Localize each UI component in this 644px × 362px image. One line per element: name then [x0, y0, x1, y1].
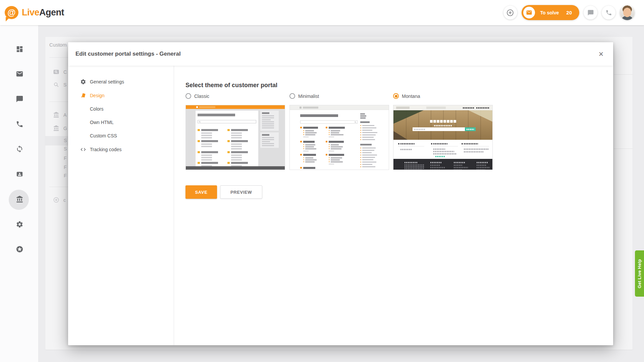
phone-icon [605, 9, 612, 16]
bg-row: S [64, 138, 67, 143]
nav-tracking-codes[interactable]: Tracking codes [68, 142, 174, 156]
theme-preview-minimalist[interactable] [289, 105, 389, 170]
nav-label: Tracking codes [90, 147, 121, 152]
radio-label: Montana [402, 94, 420, 99]
minimalist-title-bar [300, 114, 338, 117]
sidebar-item-chat[interactable] [12, 92, 27, 106]
top-bar: @ LiveAgent To solve 20 [0, 0, 644, 25]
nav-label: Colors [90, 106, 103, 112]
sidebar-item-dashboard[interactable] [12, 42, 27, 56]
minimalist-search [300, 120, 358, 124]
theme-preview-classic[interactable] [185, 105, 285, 170]
nav-own-html[interactable]: Own HTML [68, 116, 174, 129]
nav-custom-css[interactable]: Custom CSS [68, 129, 174, 142]
bank-icon [53, 112, 59, 118]
radio-theme-montana[interactable]: Montana [393, 93, 420, 99]
bank-portal-icon [16, 195, 23, 203]
bg-row-label: c [63, 197, 66, 203]
brand-text: LiveAgent [22, 7, 64, 18]
sidebar-item-badges[interactable] [12, 242, 27, 256]
theme-preview-montana[interactable] [393, 105, 493, 170]
close-button[interactable]: ✕ [596, 49, 606, 59]
minimalist-sidebar [360, 113, 365, 115]
plus-icon [506, 9, 514, 17]
montana-hero [393, 110, 492, 140]
radio-circle [185, 93, 191, 99]
nav-general-settings[interactable]: General settings [68, 75, 174, 88]
classic-footer-bar [186, 166, 285, 170]
plus-circle-icon [53, 197, 59, 203]
radio-theme-classic[interactable]: Classic [185, 93, 209, 99]
close-icon: ✕ [598, 50, 604, 58]
bg-row-label: G [63, 126, 67, 131]
gear-icon [80, 79, 90, 85]
bg-row: F [64, 156, 67, 161]
radio-circle [289, 93, 295, 99]
brand-live: Live [22, 7, 39, 17]
envelope-icon [526, 9, 532, 16]
bg-row-label: S [64, 146, 67, 152]
modal-body: General settings Design Colors Own HTML … [68, 66, 613, 345]
nav-design[interactable]: Design [68, 88, 174, 102]
bg-row-label: F [64, 173, 67, 178]
action-buttons: SAVE PREVIEW [185, 185, 262, 199]
nav-label: General settings [90, 79, 124, 84]
chat-button[interactable] [584, 6, 597, 19]
radio-label: Classic [194, 94, 209, 99]
get-live-help-tab[interactable]: Get Live Help [635, 250, 644, 297]
sidebar-item-mail[interactable] [12, 66, 27, 81]
gear-icon [16, 221, 23, 228]
bg-row: S [64, 146, 67, 152]
save-button[interactable]: SAVE [185, 185, 217, 199]
at-symbol: @ [7, 8, 15, 17]
logo-bubble-icon: @ [5, 6, 18, 19]
sidebar-item-contacts[interactable] [12, 167, 27, 181]
to-solve-count: 20 [566, 10, 572, 15]
mail-icon [16, 70, 23, 78]
modal-content: Select theme of customer portal Classic … [174, 66, 613, 345]
background-page-title: Custom [49, 42, 67, 48]
bg-row: F [64, 173, 67, 178]
preview-button[interactable]: PREVIEW [220, 185, 262, 199]
search-icon [53, 81, 59, 88]
theme-radio-group: Classic Minimalist Montana [185, 93, 521, 100]
sidebar-item-settings[interactable] [12, 217, 27, 232]
to-solve-label: To solve [540, 10, 559, 15]
liveagent-logo[interactable]: @ LiveAgent [5, 6, 64, 19]
classic-header-bar [186, 105, 285, 109]
divider [614, 74, 633, 75]
divider [614, 148, 633, 149]
phone-button[interactable] [602, 6, 615, 19]
help-tab-label: Get Live Help [637, 259, 642, 288]
phone-icon [16, 120, 23, 128]
radio-theme-minimalist[interactable]: Minimalist [289, 93, 319, 99]
sidebar-item-calls[interactable] [12, 117, 27, 131]
modal-title: Edit customer portal settings - General [75, 51, 181, 57]
bg-row: C [53, 69, 67, 75]
brand-agent: Agent [39, 7, 64, 17]
contacts-card-icon [16, 170, 23, 178]
design-icon [80, 93, 90, 99]
bg-row: S [53, 81, 66, 88]
code-icon [80, 146, 90, 153]
main-sidebar [0, 25, 39, 362]
bg-row-label: F [64, 165, 67, 170]
bg-row: A [53, 112, 66, 118]
bg-row-label: F [64, 156, 67, 161]
bg-row: F [64, 165, 67, 170]
user-avatar[interactable] [620, 5, 635, 20]
radio-circle [393, 93, 399, 99]
search-badge-icon [53, 69, 59, 75]
montana-links-section [393, 140, 492, 159]
montana-footer [393, 159, 492, 170]
chat-icon [16, 95, 23, 103]
bg-row-label: S [63, 82, 66, 87]
sync-icon [16, 145, 23, 153]
sidebar-item-portal[interactable] [12, 192, 27, 206]
envelope-circle [523, 7, 535, 18]
add-button[interactable] [503, 6, 517, 19]
sidebar-item-automation[interactable] [12, 141, 27, 156]
nav-label: Design [90, 93, 105, 98]
to-solve-badge[interactable]: To solve 20 [522, 5, 579, 20]
nav-colors[interactable]: Colors [68, 102, 174, 116]
